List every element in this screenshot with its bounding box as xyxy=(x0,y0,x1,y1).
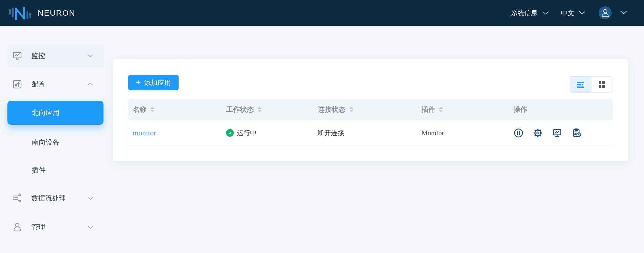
sort-icon[interactable] xyxy=(349,106,353,112)
sidebar-item-label: 插件 xyxy=(32,166,46,175)
column-label: 连接状态 xyxy=(318,105,345,114)
row-actions xyxy=(509,128,613,138)
sidebar-item-label: 数据流处理 xyxy=(31,194,66,203)
chevron-down-icon xyxy=(87,225,93,229)
check-circle-icon xyxy=(226,129,234,137)
sidebar-item-monitoring[interactable]: 监控 xyxy=(7,45,103,67)
language-label: 中文 xyxy=(561,8,574,17)
column-label: 工作状态 xyxy=(226,105,254,114)
brand: NEURON xyxy=(8,6,75,20)
user-icon xyxy=(601,9,609,17)
column-header-name[interactable]: 名称 xyxy=(128,105,222,114)
column-header-connection-status[interactable]: 连接状态 xyxy=(313,105,417,114)
list-view-icon xyxy=(576,79,586,90)
add-app-button[interactable]: + 添加应用 xyxy=(128,75,179,90)
connection-status-label: 断开连接 xyxy=(318,128,344,137)
chevron-up-icon xyxy=(87,82,93,86)
sliders-icon xyxy=(12,79,23,90)
chevron-down-icon xyxy=(87,197,93,200)
table-row: monitor 运行中 断开连接 Monitor xyxy=(128,120,613,146)
sidebar-item-configuration[interactable]: 配置 xyxy=(7,73,103,95)
work-status: 运行中 xyxy=(226,128,257,137)
chevron-down-icon xyxy=(542,11,549,15)
table-header: 名称 工作状态 连接状态 插件 操作 xyxy=(128,99,613,120)
grid-view-icon xyxy=(597,79,607,90)
user-icon xyxy=(12,222,23,232)
plus-icon: + xyxy=(136,78,141,86)
column-header-actions: 操作 xyxy=(509,105,613,114)
add-app-label: 添加应用 xyxy=(144,78,171,87)
sort-icon[interactable] xyxy=(150,106,154,112)
brand-name: NEURON xyxy=(38,8,75,17)
app-name-link[interactable]: monitor xyxy=(133,129,156,137)
sidebar-item-south-devices[interactable]: 南向设备 xyxy=(7,130,103,154)
grid-view-button[interactable] xyxy=(591,77,612,92)
sidebar-item-label: 南向设备 xyxy=(32,138,59,147)
neuron-logo-icon xyxy=(8,6,32,20)
view-toggle xyxy=(570,76,612,93)
column-label: 名称 xyxy=(133,105,146,114)
system-info-label: 系统信息 xyxy=(511,8,538,17)
chevron-down-icon xyxy=(87,54,93,57)
column-header-plugin[interactable]: 插件 xyxy=(417,105,509,114)
apps-table: 名称 工作状态 连接状态 插件 操作 monitor xyxy=(128,99,613,146)
log-clock-icon[interactable] xyxy=(572,128,582,138)
sidebar-item-management[interactable]: 管理 xyxy=(7,215,103,239)
column-label: 插件 xyxy=(421,105,435,114)
column-label: 操作 xyxy=(513,105,527,114)
list-view-button[interactable] xyxy=(570,77,591,92)
work-status-label: 运行中 xyxy=(237,128,257,137)
sidebar-item-label: 管理 xyxy=(31,223,45,232)
column-header-work-status[interactable]: 工作状态 xyxy=(222,105,313,114)
sidebar-item-label: 监控 xyxy=(31,51,45,60)
sort-icon[interactable] xyxy=(257,106,262,112)
sidebar-item-north-apps[interactable]: 北向应用 xyxy=(7,101,103,125)
data-flow-icon xyxy=(12,193,23,203)
content-card: + 添加应用 名称 xyxy=(113,59,628,161)
sidebar-item-label: 配置 xyxy=(31,79,45,89)
data-monitor-icon[interactable] xyxy=(552,128,562,138)
account-chevron-down-icon[interactable] xyxy=(620,11,627,15)
sidebar-item-label: 北向应用 xyxy=(32,108,59,117)
language-menu[interactable]: 中文 xyxy=(561,8,585,17)
chevron-down-icon xyxy=(579,11,585,15)
system-info-menu[interactable]: 系统信息 xyxy=(511,8,549,17)
monitor-chart-icon xyxy=(12,51,23,61)
plugin-name: Monitor xyxy=(421,129,444,137)
avatar[interactable] xyxy=(599,6,612,19)
pause-icon[interactable] xyxy=(513,128,524,138)
sidebar-item-plugins[interactable]: 插件 xyxy=(7,158,103,182)
settings-gear-icon[interactable] xyxy=(533,128,543,138)
topbar: NEURON 系统信息 中文 xyxy=(0,0,644,26)
sort-icon[interactable] xyxy=(439,106,443,112)
sidebar-item-data-flow[interactable]: 数据流处理 xyxy=(7,186,103,210)
